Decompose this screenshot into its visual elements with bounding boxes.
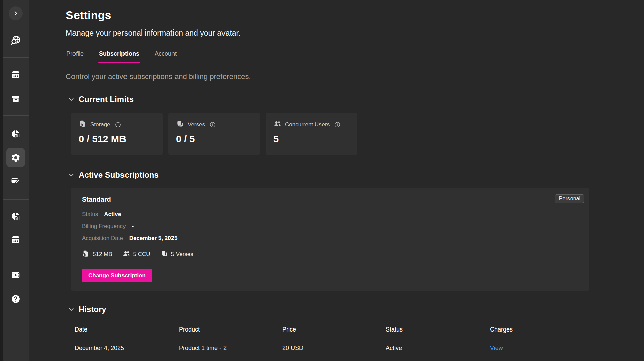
sidebar-item-events[interactable] [8,67,23,82]
verses-layers-icon [160,250,168,259]
main-content: Settings Manage your personal informatio… [66,0,594,361]
sidebar-item-media[interactable] [8,267,23,282]
tab-subscriptions[interactable]: Subscriptions [98,48,140,63]
limit-card-label: Verses [188,121,205,128]
sidebar-divider [3,199,29,200]
cell-status: Active [382,358,487,361]
subscription-field-acquisition-date: Acquisition Date December 5, 2025 [82,235,579,242]
cell-date: December 4, 2025 [71,338,176,358]
cell-price: 20 USD [279,338,382,358]
column-header-status: Status [382,321,487,338]
limit-card-label: Storage [90,121,110,128]
limit-card-value: 5 [273,134,350,145]
sidebar-item-help[interactable] [8,292,23,306]
section-header-history[interactable]: History [68,305,594,314]
sidebar-item-archive[interactable] [8,92,23,106]
sidebar-divider [3,57,29,58]
limit-card-value: 0 / 512 MB [79,134,155,145]
help-question-icon [11,294,21,304]
limit-text: 512 MB [93,251,112,258]
verses-layers-icon [176,120,184,129]
info-icon[interactable] [209,121,216,128]
pie-chart-icon [11,129,21,139]
subscription-card: Standard Personal Status Active Billing … [71,188,589,291]
info-icon[interactable] [115,121,121,128]
history-table-header: Date Product Price Status Charges [71,321,594,338]
section-header-current-limits[interactable]: Current Limits [68,95,594,104]
limit-text: 5 Verses [171,251,193,258]
limit-storage: 512 MB [82,250,112,259]
column-header-date: Date [71,321,176,338]
field-value: December 5, 2025 [129,235,178,242]
limit-card-label: Concurrent Users [285,121,330,128]
calendar-icon [11,70,21,80]
limit-verses: 5 Verses [160,250,193,259]
view-charges-link[interactable]: View [490,345,503,351]
sidebar-item-settings-active[interactable] [6,148,25,167]
cell-product: Product 1 time - 2 [176,338,279,358]
pie-chart-icon [11,211,21,221]
section-title: Active Subscriptions [79,170,159,180]
limit-ccu: 5 CCU [122,250,150,259]
concurrent-users-icon [122,250,130,259]
column-header-charges: Charges [487,321,594,338]
card-edit-icon [11,176,21,186]
sidebar-item-billing[interactable] [8,173,23,188]
chevron-down-icon [68,306,75,313]
chevron-down-icon [68,171,75,179]
field-value: - [132,223,134,230]
limit-cards-row: Storage 0 / 512 MB Verses 0 / 5 Concurre… [71,113,594,155]
chevron-down-icon [68,96,75,103]
sidebar-item-analytics[interactable] [8,127,23,141]
table-row: December 5, 2025 Standard 0 USD Active V… [71,358,594,361]
sidebar-divider [3,115,29,116]
column-header-price: Price [279,321,382,338]
tab-profile[interactable]: Profile [66,48,84,63]
tab-description: Control your active subscriptions and bi… [66,72,594,81]
section-title: History [79,305,106,314]
sidebar-edge-strip [0,0,3,361]
subscription-field-status: Status Active [82,211,579,218]
subscription-name: Standard [82,196,579,203]
section-header-active-subscriptions[interactable]: Active Subscriptions [68,170,594,180]
tab-account[interactable]: Account [154,48,177,63]
limit-card-value: 0 / 5 [176,134,253,145]
globe-search-icon [10,35,21,46]
section-title: Current Limits [79,95,134,104]
page-subtitle: Manage your personal information and you… [66,28,594,38]
sidebar-item-explore[interactable] [8,33,23,48]
sidebar-item-schedule[interactable] [8,232,23,247]
archive-box-icon [11,94,21,104]
storage-file-icon [82,250,90,259]
concurrent-users-icon [273,120,281,129]
calendar-icon [11,235,21,245]
table-row: December 4, 2025 Product 1 time - 2 20 U… [71,338,594,358]
sidebar-item-reports[interactable] [8,209,23,224]
history-table: Date Product Price Status Charges Decemb… [71,321,594,361]
film-video-icon [11,270,21,280]
cell-status: Active [382,338,487,358]
sidebar-collapse-button[interactable] [9,6,23,20]
cell-product: Standard [176,358,279,361]
field-value: Active [104,211,121,218]
limit-card-storage: Storage 0 / 512 MB [71,113,163,155]
page-title: Settings [66,9,594,22]
limit-text: 5 CCU [133,251,150,258]
limit-card-verses: Verses 0 / 5 [168,113,260,155]
sidebar [0,0,29,361]
field-label: Status [82,211,98,218]
subscription-limits-row: 512 MB 5 CCU 5 Verses [82,250,579,259]
field-label: Billing Frequency [82,223,126,230]
column-header-product: Product [176,321,279,338]
tab-bar: Profile Subscriptions Account [66,48,594,63]
chevron-right-icon [12,10,19,17]
cell-date: December 5, 2025 [71,358,176,361]
sidebar-divider [3,258,29,258]
field-label: Acquisition Date [82,235,123,242]
gear-icon [11,153,21,163]
subscription-field-billing-frequency: Billing Frequency - [82,223,579,230]
limit-card-concurrent-users: Concurrent Users 5 [266,113,357,155]
subscription-type-badge: Personal [555,194,584,203]
change-subscription-button[interactable]: Change Subscription [82,269,152,282]
info-icon[interactable] [334,121,341,128]
